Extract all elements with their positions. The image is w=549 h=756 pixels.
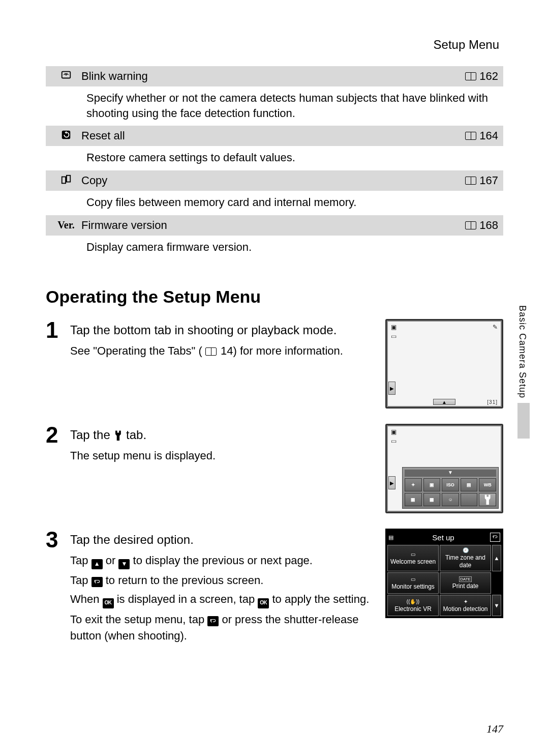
paint-icon: ✎ bbox=[493, 324, 498, 331]
options-panel: ▼ ✦ ▣ ISO ▤ WB ▦ ▩ ☺ bbox=[402, 467, 499, 509]
table-row-page: 167 bbox=[465, 174, 498, 187]
setup-option-label: Welcome screen bbox=[390, 558, 436, 565]
scroll-track bbox=[492, 572, 501, 594]
table-row-label: Firmware version bbox=[81, 219, 465, 232]
step-text: Tap ▲ or ▼ to display the previous or ne… bbox=[70, 553, 371, 644]
book-icon bbox=[465, 132, 476, 140]
option-cell: ☺ bbox=[442, 493, 459, 506]
step-text-frag: or bbox=[106, 554, 119, 567]
side-tab: ▶ bbox=[388, 382, 395, 395]
setup-option-label: Electronic VR bbox=[394, 605, 432, 613]
wrench-icon bbox=[113, 430, 123, 441]
page-number: 147 bbox=[486, 722, 503, 736]
svg-rect-3 bbox=[62, 177, 66, 183]
book-icon bbox=[465, 177, 476, 185]
step-text-frag: Tap bbox=[70, 574, 92, 587]
table-row-page: 168 bbox=[465, 219, 498, 232]
step-number: 1 bbox=[46, 319, 70, 341]
copy-icon bbox=[51, 174, 81, 188]
table-row-desc: Copy files between memory card and inter… bbox=[46, 191, 503, 215]
setup-option: ▭ Monitor settings bbox=[387, 572, 439, 594]
table-row-label: Blink warning bbox=[81, 70, 465, 83]
step-3: 3 Tap the desired option. Tap ▲ or ▼ to … bbox=[46, 529, 503, 647]
table-row-page-num: 168 bbox=[479, 219, 498, 232]
setup-option-label: Monitor settings bbox=[391, 583, 435, 590]
table-row-page-num: 164 bbox=[479, 129, 498, 142]
bottom-tab: ▲ bbox=[433, 399, 455, 405]
table-row-desc: Specify whether or not the camera detect… bbox=[46, 86, 503, 126]
step-text: The setup menu is displayed. bbox=[70, 448, 371, 464]
camera-mode-icon: ▣ bbox=[391, 324, 396, 331]
step-text: See "Operating the Tabs" ( 14) for more … bbox=[70, 343, 371, 359]
step-title: Tap the desired option. bbox=[70, 532, 371, 548]
date-icon: DATE bbox=[459, 576, 472, 583]
step-title-frag: tab. bbox=[126, 428, 146, 442]
down-arrow-icon: ▼ bbox=[118, 559, 130, 569]
setup-tab-cell bbox=[479, 493, 496, 506]
option-cell: ▩ bbox=[423, 493, 441, 506]
option-cell: ISO bbox=[442, 478, 459, 491]
ok-icon: OK bbox=[258, 598, 269, 608]
setup-option: 🕘 Time zone and date bbox=[440, 545, 491, 571]
blink-icon bbox=[51, 70, 81, 83]
table-row-page: 162 bbox=[465, 70, 498, 83]
option-cell: ✦ bbox=[405, 478, 422, 491]
header-title: Setup Menu bbox=[46, 38, 503, 52]
camera-sub-icon: ▭ bbox=[391, 333, 396, 340]
option-cell: ▤ bbox=[461, 478, 478, 491]
table-row-page-num: 167 bbox=[479, 174, 498, 187]
step-text-frag: 14) for more information. bbox=[221, 344, 343, 357]
step-text-frag: to return to the previous screen. bbox=[106, 574, 264, 587]
scroll-up-icon: ▲ bbox=[492, 545, 501, 571]
side-tab: ▶ bbox=[388, 476, 395, 489]
step-text-frag: See "Operating the Tabs" ( bbox=[70, 344, 202, 357]
svg-point-1 bbox=[66, 74, 67, 75]
up-arrow-icon: ▲ bbox=[92, 559, 103, 569]
step-2: 2 Tap the tab. The setup menu is display… bbox=[46, 424, 503, 513]
step-title-frag: Tap the bbox=[70, 428, 113, 442]
option-cell bbox=[461, 493, 478, 506]
welcome-icon: ▭ bbox=[411, 551, 415, 558]
side-section-label: Basic Camera Setup bbox=[517, 305, 528, 398]
clock-icon: 🕘 bbox=[463, 547, 469, 554]
svg-rect-4 bbox=[67, 175, 70, 182]
step-number: 3 bbox=[46, 529, 70, 551]
table-row-head: Ver. Firmware version 168 bbox=[46, 215, 503, 236]
option-cell: ▦ bbox=[405, 493, 422, 506]
camera-screen-step3: ▤ Set up ▭ Welcome screen 🕘 Time zone an… bbox=[385, 529, 503, 618]
step-text-frag: When bbox=[70, 593, 103, 605]
setup-option: ▭ Welcome screen bbox=[387, 545, 439, 571]
setup-option: ((✋)) Electronic VR bbox=[387, 595, 439, 616]
step-title: Tap the bottom tab in shooting or playba… bbox=[70, 322, 371, 338]
step-text-frag: to display the previous or next page. bbox=[133, 554, 313, 567]
step-number: 2 bbox=[46, 424, 70, 446]
table-row-head: Blink warning 162 bbox=[46, 66, 503, 86]
step-text-frag: to apply the setting. bbox=[272, 593, 369, 605]
table-row-desc: Restore camera settings to default value… bbox=[46, 146, 503, 170]
collapse-arrow: ▼ bbox=[405, 470, 496, 477]
step-text-frag: To exit the setup menu, tap bbox=[70, 613, 207, 626]
motion-icon: ✦ bbox=[464, 599, 468, 605]
setup-option-label: Time zone and date bbox=[441, 554, 490, 569]
section-heading: Operating the Setup Menu bbox=[46, 287, 503, 307]
setup-screen-back-icon bbox=[490, 533, 500, 542]
book-icon bbox=[205, 347, 217, 356]
book-icon bbox=[465, 221, 476, 229]
camera-screen-step1: ▣ ▭ ✎ ▶ ▲ [31] bbox=[385, 319, 503, 409]
step-1: 1 Tap the bottom tab in shooting or play… bbox=[46, 319, 503, 409]
vr-icon: ((✋)) bbox=[407, 599, 419, 605]
back-icon bbox=[207, 616, 219, 626]
reset-icon bbox=[51, 129, 81, 143]
setup-option: ✦ Motion detection bbox=[440, 595, 491, 616]
table-row-head: Copy 167 bbox=[46, 170, 503, 191]
scroll-down-icon: ▼ bbox=[492, 595, 501, 616]
table-row-desc: Display camera firmware version. bbox=[46, 236, 503, 260]
option-cell: ▣ bbox=[423, 478, 441, 491]
table-row-label: Copy bbox=[81, 174, 465, 187]
corner-info: [31] bbox=[487, 399, 498, 405]
side-tab-marker bbox=[517, 403, 530, 439]
setup-table: Blink warning 162 Specify whether or not… bbox=[46, 66, 503, 259]
menu-indicator-icon: ▤ bbox=[388, 534, 396, 541]
step-text-frag: is displayed in a screen, tap bbox=[117, 593, 258, 605]
step-title: Tap the tab. bbox=[70, 427, 371, 443]
